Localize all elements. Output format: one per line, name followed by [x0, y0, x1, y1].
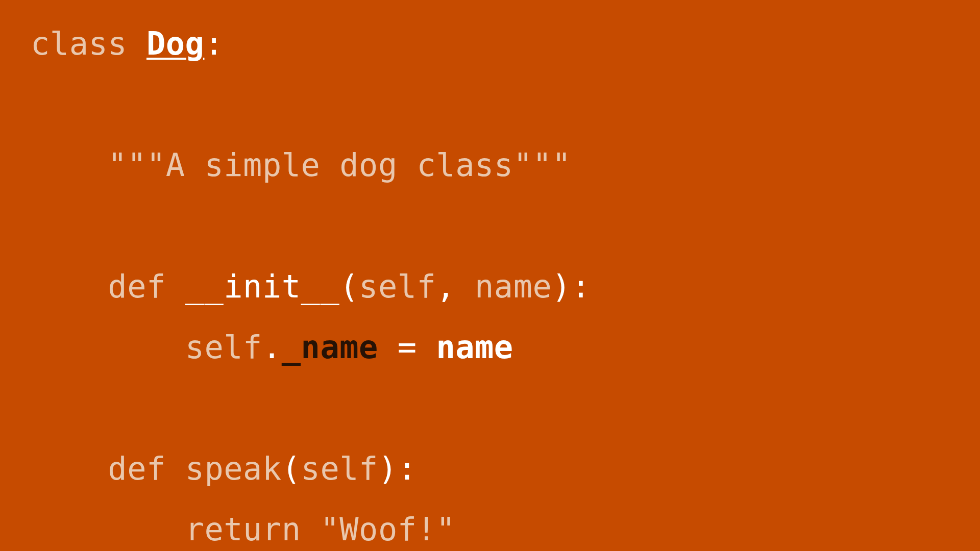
- keyword-def: def: [108, 450, 185, 487]
- python-code-block: class Dog: """A simple dog class""" def …: [31, 13, 591, 551]
- self: self: [185, 329, 262, 366]
- paren-open: (: [282, 450, 301, 487]
- paren-close: ): [378, 450, 398, 487]
- paren-open: (: [339, 268, 359, 305]
- keyword-return: return: [185, 511, 321, 548]
- arg-self: self: [301, 450, 378, 487]
- dot: .: [262, 329, 282, 366]
- arg-self: self: [359, 268, 436, 305]
- colon: :: [204, 25, 224, 62]
- class-name: Dog: [146, 25, 204, 62]
- colon: :: [571, 268, 591, 305]
- docstring: """A simple dog class""": [108, 146, 571, 184]
- keyword-class: class: [31, 25, 146, 62]
- equals: =: [378, 329, 436, 366]
- attr-name: _name: [282, 329, 378, 366]
- arg-name: name: [475, 268, 552, 305]
- code-slide: class Dog: """A simple dog class""" def …: [0, 0, 980, 551]
- string-literal: "Woof!": [320, 511, 455, 548]
- method-speak: speak: [185, 450, 282, 487]
- colon: :: [398, 450, 417, 487]
- identifier-name: name: [436, 329, 513, 366]
- method-init: __init__: [185, 268, 340, 305]
- comma: ,: [436, 268, 475, 305]
- paren-close: ): [552, 268, 571, 305]
- keyword-def: def: [108, 268, 185, 305]
